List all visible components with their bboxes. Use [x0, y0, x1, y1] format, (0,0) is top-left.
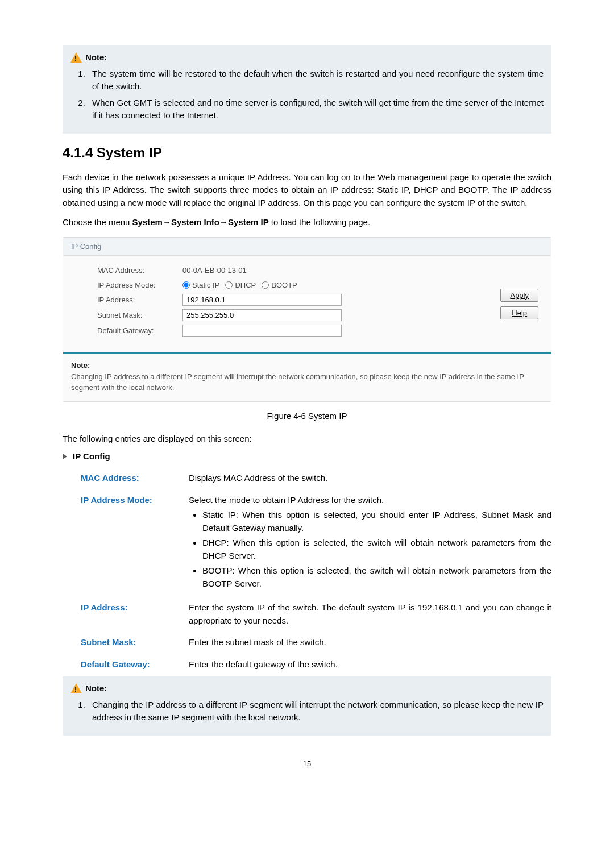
note-heading: Note: — [85, 51, 107, 64]
def-body-ip: Enter the system IP of the switch. The d… — [189, 601, 551, 627]
page-number: 15 — [63, 758, 551, 770]
ip-address-input[interactable] — [182, 294, 342, 306]
top-note-item-2: When Get GMT is selected and no time ser… — [88, 97, 544, 122]
bottom-note-box: Note: Changing the IP address to a diffe… — [63, 676, 551, 736]
def-mode-bullet-3: BOOTP: When this option is selected, the… — [202, 564, 551, 590]
label-ip: IP Address: — [97, 294, 182, 306]
def-row-subnet: Subnet Mask: Enter the subnet mask of th… — [63, 633, 551, 655]
panel-title: IP Config — [63, 238, 551, 256]
bottom-note-list: Changing the IP address to a different I… — [70, 699, 544, 724]
section-heading: 4.1.4 System IP — [63, 143, 551, 163]
section-intro: Each device in the network possesses a u… — [63, 171, 551, 210]
def-row-mac: MAC Address: Displays MAC Address of the… — [63, 468, 551, 491]
row-subnet: Subnet Mask: — [97, 309, 537, 321]
label-mac: MAC Address: — [97, 265, 182, 276]
divider — [63, 352, 551, 354]
figure-caption: Figure 4-6 System IP — [63, 410, 551, 423]
warning-icon — [70, 683, 82, 693]
ip-config-panel: IP Config MAC Address: 00-0A-EB-00-13-01… — [63, 237, 551, 402]
bottom-note-item-1: Changing the IP address to a different I… — [88, 699, 544, 724]
panel-note-label: Note: — [71, 360, 543, 371]
top-note-list: The system time will be restored to the … — [70, 68, 544, 122]
radio-bootp-input[interactable] — [262, 281, 269, 289]
top-note-box: Note: The system time will be restored t… — [63, 45, 551, 134]
button-column: Apply Help — [500, 289, 538, 319]
entries-heading: IP Config — [73, 450, 110, 463]
bottom-note-heading: Note: — [85, 682, 107, 695]
def-label-subnet: Subnet Mask: — [81, 636, 189, 649]
note-header: Note: — [70, 51, 544, 64]
def-label-mac: MAC Address: — [81, 472, 189, 485]
panel-body: MAC Address: 00-0A-EB-00-13-01 IP Addres… — [63, 256, 551, 349]
definitions: MAC Address: Displays MAC Address of the… — [63, 468, 551, 676]
row-gateway: Default Gateway: — [97, 325, 537, 337]
default-gateway-input[interactable] — [182, 325, 342, 337]
menu-suffix: to load the following page. — [269, 217, 370, 227]
def-row-mode: IP Address Mode: Select the mode to obta… — [63, 491, 551, 599]
def-body-subnet: Enter the subnet mask of the switch. — [189, 636, 551, 649]
radio-bootp[interactable]: BOOTP — [262, 280, 297, 291]
row-mode: IP Address Mode: Static IP DHCP BOOTP — [97, 280, 537, 291]
radio-dhcp-input[interactable] — [225, 281, 233, 289]
label-gateway: Default Gateway: — [97, 325, 182, 337]
radio-static-label: Static IP — [192, 280, 219, 291]
value-mac: 00-0A-EB-00-13-01 — [182, 265, 247, 276]
label-subnet: Subnet Mask: — [97, 310, 182, 321]
subnet-mask-input[interactable] — [182, 309, 342, 321]
radio-static-ip[interactable]: Static IP — [182, 280, 219, 291]
top-note-item-1: The system time will be restored to the … — [88, 68, 544, 93]
apply-button[interactable]: Apply — [500, 289, 538, 302]
panel-note-text: Changing IP address to a different IP se… — [71, 371, 543, 393]
def-mode-bullet-2: DHCP: When this option is selected, the … — [202, 537, 551, 562]
row-ip: IP Address: — [97, 294, 537, 306]
help-button[interactable]: Help — [500, 306, 538, 319]
def-row-gateway: Default Gateway: Enter the default gatew… — [63, 655, 551, 677]
menu-prefix: Choose the menu — [63, 217, 132, 227]
def-row-ip: IP Address: Enter the system IP of the s… — [63, 598, 551, 633]
menu-path: Choose the menu System→System Info→Syste… — [63, 216, 551, 229]
entries-subhead: IP Config — [63, 450, 551, 463]
radio-bootp-label: BOOTP — [271, 280, 297, 291]
def-body-gateway: Enter the default gateway of the switch. — [189, 658, 551, 671]
menu-bold: System→System Info→System IP — [132, 217, 269, 227]
panel-note-block: Note: Changing IP address to a different… — [63, 360, 551, 401]
triangle-bullet-icon — [63, 454, 67, 459]
warning-icon — [70, 52, 82, 63]
def-label-mode: IP Address Mode: — [81, 494, 189, 507]
row-mac: MAC Address: 00-0A-EB-00-13-01 — [97, 265, 537, 276]
entries-intro: The following entries are displayed on t… — [63, 433, 551, 446]
label-mode: IP Address Mode: — [97, 280, 182, 291]
def-mode-bullet-1: Static IP: When this option is selected,… — [202, 509, 551, 534]
radio-static-input[interactable] — [182, 281, 190, 289]
def-body-mac: Displays MAC Address of the switch. — [189, 472, 551, 485]
radio-dhcp-label: DHCP — [235, 280, 256, 291]
def-mode-bullets: Static IP: When this option is selected,… — [189, 509, 551, 590]
def-body-mode: Select the mode to obtain IP Address for… — [189, 494, 551, 593]
radio-dhcp[interactable]: DHCP — [225, 280, 256, 291]
def-label-ip: IP Address: — [81, 601, 189, 614]
def-mode-text: Select the mode to obtain IP Address for… — [189, 495, 384, 505]
def-label-gateway: Default Gateway: — [81, 658, 189, 671]
bottom-note-header: Note: — [70, 682, 544, 695]
